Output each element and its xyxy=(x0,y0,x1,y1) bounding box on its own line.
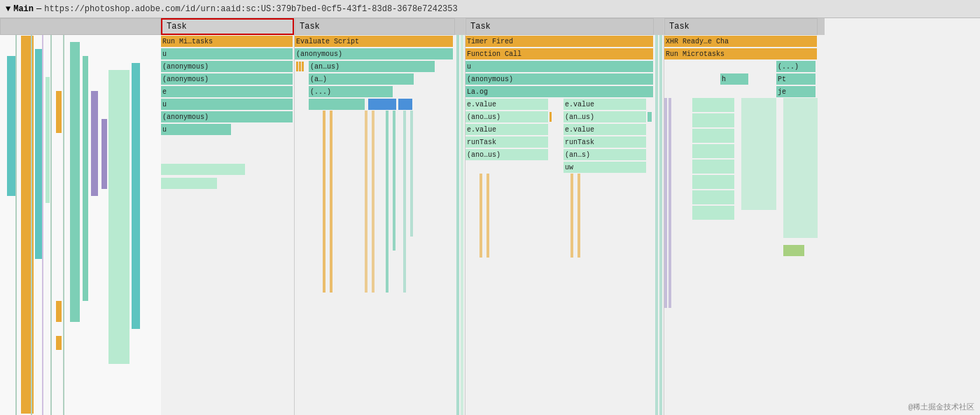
col4-header-text: Task xyxy=(669,22,690,31)
runtask-2: runTask xyxy=(564,136,646,148)
flame-column-4: Task XHR Ready…e Cha Run Microtasks xyxy=(664,18,818,415)
blue-block-2 xyxy=(398,99,412,110)
col4-header: Task xyxy=(664,18,818,35)
ans-1: (an…s) xyxy=(564,149,646,160)
h-block: h xyxy=(720,73,748,85)
anous-1: (ano…us) xyxy=(465,111,548,122)
pt-block: Pt xyxy=(776,73,816,85)
blue-block-1 xyxy=(368,99,396,110)
je-block: je xyxy=(776,86,816,97)
run-microtasks-col4: Run Microtasks xyxy=(664,48,817,59)
separator: — xyxy=(36,4,41,14)
evalue-1: e.value xyxy=(465,99,548,110)
left-waterfall-panel xyxy=(0,18,161,415)
u-block-1: u xyxy=(161,48,293,59)
flame-column-3: Task Timer Fired Function Call xyxy=(465,18,654,415)
uw-block: uw xyxy=(564,162,646,173)
anon-block-2: (anonymous) xyxy=(161,73,293,85)
main-label: Main xyxy=(13,4,34,14)
url-text: https://photoshop.adobe.com/id/urn:aaid:… xyxy=(44,4,458,14)
anon-block-col2-1: (anonymous) xyxy=(295,48,453,59)
right-flame-area: Task Run Mi…tasks u (anonymous) xyxy=(161,18,980,415)
u-col3: u xyxy=(465,61,653,72)
timer-fired-block: Timer Fired xyxy=(465,36,653,47)
col2-header-text: Task xyxy=(300,22,320,31)
flame-area: Task Run Mi…tasks u (anonymous) xyxy=(0,18,980,415)
anon-block-1: (anonymous) xyxy=(161,61,293,72)
function-call-block: Function Call xyxy=(465,48,653,59)
flame-column-2: Task Evaluate Script (anonymous) (an…us) xyxy=(294,18,455,415)
col1-header-text: Task xyxy=(167,22,187,31)
header-bar: ▼ Main — https://photoshop.adobe.com/id/… xyxy=(0,0,980,18)
col1-header: Task xyxy=(161,18,294,35)
col3-header-text: Task xyxy=(470,22,491,31)
anon-col3: (anonymous) xyxy=(465,73,653,85)
evalue-2: e.value xyxy=(564,99,646,110)
triangle-icon: ▼ xyxy=(6,4,10,14)
anon-block-3: (anonymous) xyxy=(161,111,293,122)
evalue-3: e.value xyxy=(465,124,548,135)
a-block: (a…) xyxy=(309,73,414,85)
dots-block-1: (...) xyxy=(309,86,393,97)
thin-col-3 xyxy=(818,18,825,415)
dots-col4: (...) xyxy=(776,61,816,72)
watermark: @稀土掘金技术社区 xyxy=(908,402,974,412)
anous-3: (ano…us) xyxy=(465,149,548,160)
runtask-1: runTask xyxy=(465,136,548,148)
evalue-4: e.value xyxy=(564,124,646,135)
nested-green-1 xyxy=(309,99,365,110)
run-microtasks-block: Run Mi…tasks xyxy=(161,36,293,47)
col3-header: Task xyxy=(465,18,654,35)
thin-decorative-col xyxy=(455,18,465,415)
page: ▼ Main — https://photoshop.adobe.com/id/… xyxy=(0,0,980,415)
e-block: e xyxy=(161,86,293,97)
xhr-block: XHR Ready…e Cha xyxy=(664,36,817,47)
anous-2: (an…us) xyxy=(564,111,646,122)
evaluate-script-block: Evaluate Script xyxy=(295,36,453,47)
u-block-2: u xyxy=(161,99,293,110)
flame-column-1: Task Run Mi…tasks u (anonymous) xyxy=(161,18,294,415)
u-block-3: u xyxy=(161,124,231,135)
laog-block: La.og xyxy=(465,86,653,97)
thin-col-2 xyxy=(654,18,664,415)
col2-header: Task xyxy=(295,18,455,35)
an-us-block: (an…us) xyxy=(309,61,435,72)
